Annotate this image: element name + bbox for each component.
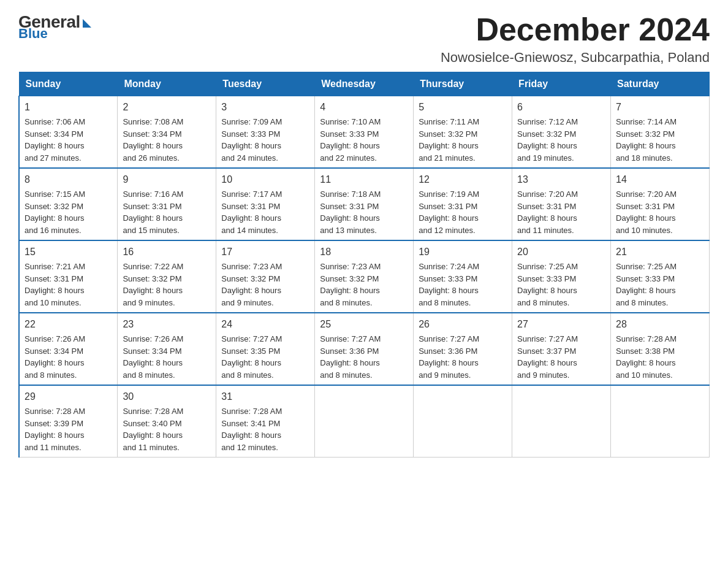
day-info: Sunrise: 7:28 AMSunset: 3:41 PMDaylight:… <box>221 405 309 453</box>
day-number: 25 <box>320 317 408 332</box>
day-number: 12 <box>419 172 507 187</box>
day-number: 17 <box>221 245 309 259</box>
day-info: Sunrise: 7:26 AMSunset: 3:34 PMDaylight:… <box>25 333 112 381</box>
day-number: 6 <box>517 100 605 115</box>
calendar-cell: 11Sunrise: 7:18 AMSunset: 3:31 PMDayligh… <box>315 168 414 240</box>
calendar-week-row: 29Sunrise: 7:28 AMSunset: 3:39 PMDayligh… <box>19 385 710 458</box>
col-header-saturday: Saturday <box>611 72 710 96</box>
day-info: Sunrise: 7:09 AMSunset: 3:33 PMDaylight:… <box>221 116 309 164</box>
col-header-friday: Friday <box>512 72 611 96</box>
day-info: Sunrise: 7:12 AMSunset: 3:32 PMDaylight:… <box>517 116 605 164</box>
day-info: Sunrise: 7:24 AMSunset: 3:33 PMDaylight:… <box>419 261 507 308</box>
day-number: 3 <box>221 100 309 115</box>
calendar-cell: 16Sunrise: 7:22 AMSunset: 3:32 PMDayligh… <box>118 240 216 313</box>
col-header-tuesday: Tuesday <box>216 72 315 96</box>
location-title: Nowosielce-Gniewosz, Subcarpathia, Polan… <box>441 50 710 66</box>
day-info: Sunrise: 7:15 AMSunset: 3:32 PMDaylight:… <box>25 188 112 236</box>
col-header-wednesday: Wednesday <box>315 72 414 96</box>
page-header: General Blue December 2024 Nowosielce-Gn… <box>18 12 710 66</box>
day-info: Sunrise: 7:16 AMSunset: 3:31 PMDaylight:… <box>123 188 211 236</box>
day-number: 26 <box>419 317 507 332</box>
day-number: 10 <box>221 172 309 187</box>
calendar-cell: 25Sunrise: 7:27 AMSunset: 3:36 PMDayligh… <box>315 313 414 385</box>
col-header-monday: Monday <box>118 72 216 96</box>
day-info: Sunrise: 7:27 AMSunset: 3:36 PMDaylight:… <box>419 333 507 381</box>
calendar-cell: 29Sunrise: 7:28 AMSunset: 3:39 PMDayligh… <box>19 385 118 458</box>
day-number: 15 <box>25 245 112 259</box>
calendar-cell: 13Sunrise: 7:20 AMSunset: 3:31 PMDayligh… <box>512 168 611 240</box>
day-number: 22 <box>25 317 112 332</box>
logo-arrow-icon <box>83 19 91 28</box>
calendar-cell: 3Sunrise: 7:09 AMSunset: 3:33 PMDaylight… <box>216 96 315 169</box>
calendar-cell: 31Sunrise: 7:28 AMSunset: 3:41 PMDayligh… <box>216 385 315 458</box>
calendar-cell: 10Sunrise: 7:17 AMSunset: 3:31 PMDayligh… <box>216 168 315 240</box>
day-info: Sunrise: 7:28 AMSunset: 3:40 PMDaylight:… <box>123 405 211 453</box>
day-number: 2 <box>123 100 211 115</box>
day-number: 31 <box>221 389 309 404</box>
calendar-table: SundayMondayTuesdayWednesdayThursdayFrid… <box>18 72 710 458</box>
day-info: Sunrise: 7:26 AMSunset: 3:34 PMDaylight:… <box>123 333 211 381</box>
day-number: 5 <box>419 100 507 115</box>
calendar-cell <box>315 385 414 458</box>
calendar-cell: 1Sunrise: 7:06 AMSunset: 3:34 PMDaylight… <box>19 96 118 169</box>
calendar-week-row: 1Sunrise: 7:06 AMSunset: 3:34 PMDaylight… <box>19 96 710 169</box>
day-number: 7 <box>616 100 704 115</box>
calendar-cell: 23Sunrise: 7:26 AMSunset: 3:34 PMDayligh… <box>118 313 216 385</box>
day-number: 23 <box>123 317 211 332</box>
calendar-cell: 28Sunrise: 7:28 AMSunset: 3:38 PMDayligh… <box>611 313 710 385</box>
day-number: 30 <box>123 389 211 404</box>
day-number: 29 <box>25 389 112 404</box>
day-number: 11 <box>320 172 408 187</box>
day-number: 14 <box>616 172 704 187</box>
calendar-cell: 2Sunrise: 7:08 AMSunset: 3:34 PMDaylight… <box>118 96 216 169</box>
calendar-week-row: 15Sunrise: 7:21 AMSunset: 3:31 PMDayligh… <box>19 240 710 313</box>
calendar-cell: 9Sunrise: 7:16 AMSunset: 3:31 PMDaylight… <box>118 168 216 240</box>
day-number: 21 <box>616 245 704 259</box>
calendar-cell: 6Sunrise: 7:12 AMSunset: 3:32 PMDaylight… <box>512 96 611 169</box>
calendar-header-row: SundayMondayTuesdayWednesdayThursdayFrid… <box>19 72 710 96</box>
calendar-cell: 15Sunrise: 7:21 AMSunset: 3:31 PMDayligh… <box>19 240 118 313</box>
day-info: Sunrise: 7:21 AMSunset: 3:31 PMDaylight:… <box>25 261 112 308</box>
calendar-cell: 22Sunrise: 7:26 AMSunset: 3:34 PMDayligh… <box>19 313 118 385</box>
day-number: 28 <box>616 317 704 332</box>
calendar-cell <box>611 385 710 458</box>
day-info: Sunrise: 7:23 AMSunset: 3:32 PMDaylight:… <box>320 261 408 308</box>
calendar-cell <box>512 385 611 458</box>
col-header-sunday: Sunday <box>19 72 118 96</box>
day-number: 27 <box>517 317 605 332</box>
day-number: 9 <box>123 172 211 187</box>
calendar-cell: 12Sunrise: 7:19 AMSunset: 3:31 PMDayligh… <box>414 168 512 240</box>
logo: General Blue <box>18 12 91 42</box>
day-info: Sunrise: 7:28 AMSunset: 3:39 PMDaylight:… <box>25 405 112 453</box>
day-number: 13 <box>517 172 605 187</box>
col-header-thursday: Thursday <box>414 72 512 96</box>
calendar-cell: 30Sunrise: 7:28 AMSunset: 3:40 PMDayligh… <box>118 385 216 458</box>
day-info: Sunrise: 7:19 AMSunset: 3:31 PMDaylight:… <box>419 188 507 236</box>
calendar-cell: 26Sunrise: 7:27 AMSunset: 3:36 PMDayligh… <box>414 313 512 385</box>
day-info: Sunrise: 7:14 AMSunset: 3:32 PMDaylight:… <box>616 116 704 164</box>
day-info: Sunrise: 7:27 AMSunset: 3:36 PMDaylight:… <box>320 333 408 381</box>
day-info: Sunrise: 7:10 AMSunset: 3:33 PMDaylight:… <box>320 116 408 164</box>
day-info: Sunrise: 7:17 AMSunset: 3:31 PMDaylight:… <box>221 188 309 236</box>
day-number: 19 <box>419 245 507 259</box>
calendar-cell: 27Sunrise: 7:27 AMSunset: 3:37 PMDayligh… <box>512 313 611 385</box>
day-info: Sunrise: 7:22 AMSunset: 3:32 PMDaylight:… <box>123 261 211 308</box>
calendar-cell: 21Sunrise: 7:25 AMSunset: 3:33 PMDayligh… <box>611 240 710 313</box>
calendar-cell: 20Sunrise: 7:25 AMSunset: 3:33 PMDayligh… <box>512 240 611 313</box>
day-number: 20 <box>517 245 605 259</box>
calendar-cell: 4Sunrise: 7:10 AMSunset: 3:33 PMDaylight… <box>315 96 414 169</box>
day-number: 4 <box>320 100 408 115</box>
calendar-cell: 24Sunrise: 7:27 AMSunset: 3:35 PMDayligh… <box>216 313 315 385</box>
day-number: 18 <box>320 245 408 259</box>
day-info: Sunrise: 7:27 AMSunset: 3:37 PMDaylight:… <box>517 333 605 381</box>
day-info: Sunrise: 7:27 AMSunset: 3:35 PMDaylight:… <box>221 333 309 381</box>
day-info: Sunrise: 7:28 AMSunset: 3:38 PMDaylight:… <box>616 333 704 381</box>
day-info: Sunrise: 7:23 AMSunset: 3:32 PMDaylight:… <box>221 261 309 308</box>
calendar-cell: 17Sunrise: 7:23 AMSunset: 3:32 PMDayligh… <box>216 240 315 313</box>
calendar-cell: 8Sunrise: 7:15 AMSunset: 3:32 PMDaylight… <box>19 168 118 240</box>
calendar-cell: 18Sunrise: 7:23 AMSunset: 3:32 PMDayligh… <box>315 240 414 313</box>
calendar-cell: 7Sunrise: 7:14 AMSunset: 3:32 PMDaylight… <box>611 96 710 169</box>
month-title: December 2024 <box>441 12 710 47</box>
calendar-cell: 14Sunrise: 7:20 AMSunset: 3:31 PMDayligh… <box>611 168 710 240</box>
calendar-cell <box>414 385 512 458</box>
